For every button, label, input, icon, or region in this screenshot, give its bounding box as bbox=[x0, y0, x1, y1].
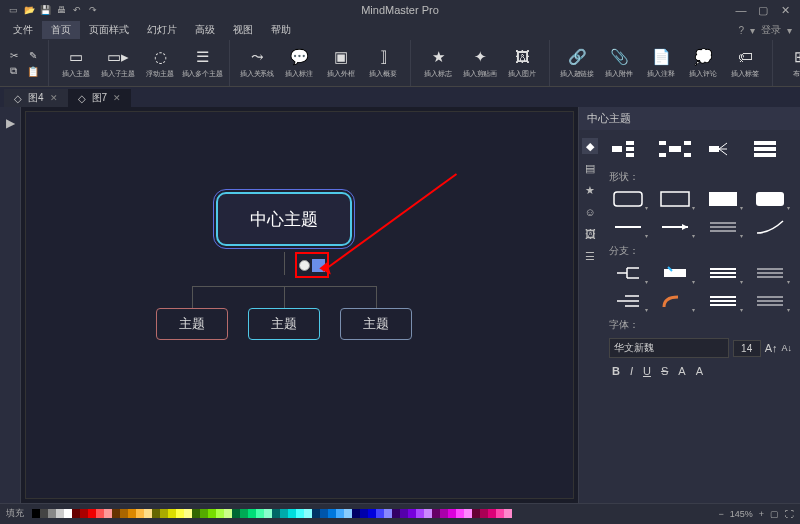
color-swatch[interactable] bbox=[480, 509, 488, 518]
close-tab-icon[interactable]: ✕ bbox=[50, 93, 58, 103]
color-swatch[interactable] bbox=[328, 509, 336, 518]
branch-option[interactable]: ▾ bbox=[609, 290, 647, 312]
open-icon[interactable]: 📂 bbox=[22, 3, 36, 17]
italic-icon[interactable]: I bbox=[627, 364, 636, 378]
color-swatch[interactable] bbox=[456, 509, 464, 518]
shape-option[interactable]: ▾ bbox=[751, 188, 789, 210]
color-swatch[interactable] bbox=[448, 509, 456, 518]
shape-option[interactable]: ▾ bbox=[656, 188, 694, 210]
clipart-tab-icon[interactable]: 🖼 bbox=[582, 226, 598, 242]
font-family-select[interactable]: 华文新魏 bbox=[609, 338, 729, 358]
font-shrink-icon[interactable]: A↓ bbox=[781, 343, 792, 353]
boundary-button[interactable]: ▣插入外框 bbox=[322, 42, 360, 84]
color-swatch[interactable] bbox=[200, 509, 208, 518]
callout-button[interactable]: 💬插入标注 bbox=[280, 42, 318, 84]
branch-option[interactable]: ▾ bbox=[704, 262, 742, 284]
color-swatch[interactable] bbox=[376, 509, 384, 518]
redo-icon[interactable]: ↷ bbox=[86, 3, 100, 17]
color-swatch[interactable] bbox=[128, 509, 136, 518]
shape-option[interactable]: ▾ bbox=[704, 188, 742, 210]
fit-page-icon[interactable]: ▢ bbox=[770, 509, 779, 519]
color-swatch[interactable] bbox=[488, 509, 496, 518]
menu-home[interactable]: 首页 bbox=[42, 21, 80, 39]
topic-node[interactable]: 主题 bbox=[248, 308, 320, 340]
color-swatch[interactable] bbox=[256, 509, 264, 518]
summary-button[interactable]: ⟧插入概要 bbox=[364, 42, 402, 84]
relation-line-button[interactable]: ⤳插入关系线 bbox=[238, 42, 276, 84]
fullscreen-icon[interactable]: ⛶ bbox=[785, 509, 794, 519]
style-tab-icon[interactable]: ◆ bbox=[582, 138, 598, 154]
color-swatch[interactable] bbox=[160, 509, 168, 518]
color-swatch[interactable] bbox=[104, 509, 112, 518]
color-swatch[interactable] bbox=[336, 509, 344, 518]
print-icon[interactable]: 🖶 bbox=[54, 3, 68, 17]
collapse-handle-icon[interactable] bbox=[299, 260, 310, 271]
menu-file[interactable]: 文件 bbox=[4, 21, 42, 39]
comment-button[interactable]: 💭插入评论 bbox=[684, 42, 722, 84]
login-link[interactable]: 登录 bbox=[761, 23, 781, 37]
color-swatch[interactable] bbox=[216, 509, 224, 518]
tag-button[interactable]: 🏷插入标签 bbox=[726, 42, 764, 84]
zoom-in-icon[interactable]: + bbox=[759, 509, 764, 519]
color-swatch[interactable] bbox=[264, 509, 272, 518]
layout-option[interactable] bbox=[656, 138, 694, 160]
layout-option[interactable] bbox=[751, 138, 789, 160]
bold-icon[interactable]: B bbox=[609, 364, 623, 378]
color-swatch[interactable] bbox=[368, 509, 376, 518]
color-swatch[interactable] bbox=[392, 509, 400, 518]
strike-icon[interactable]: S bbox=[658, 364, 671, 378]
topic-node[interactable]: 主题 bbox=[340, 308, 412, 340]
hyperlink-button[interactable]: 🔗插入超链接 bbox=[558, 42, 596, 84]
insert-sub-topic-button[interactable]: ▭▸插入子主题 bbox=[99, 42, 137, 84]
color-swatch[interactable] bbox=[168, 509, 176, 518]
close-tab-icon[interactable]: ✕ bbox=[113, 93, 121, 103]
canvas-area[interactable]: 中心主题 主题 主题 主题 bbox=[21, 107, 578, 503]
layout-option[interactable] bbox=[609, 138, 647, 160]
color-swatch[interactable] bbox=[232, 509, 240, 518]
mark-button[interactable]: ★插入标志 bbox=[419, 42, 457, 84]
color-swatch[interactable] bbox=[432, 509, 440, 518]
zoom-out-icon[interactable]: − bbox=[718, 509, 723, 519]
format-painter-icon[interactable]: ✎ bbox=[25, 48, 40, 63]
color-swatch[interactable] bbox=[144, 509, 152, 518]
branch-option[interactable]: ▾ bbox=[751, 290, 789, 312]
line-option[interactable]: ▾ bbox=[609, 216, 647, 238]
color-swatch[interactable] bbox=[352, 509, 360, 518]
insert-main-topic-button[interactable]: ▭插入主题 bbox=[57, 42, 95, 84]
menu-page-style[interactable]: 页面样式 bbox=[80, 21, 138, 39]
help-icon[interactable]: ? bbox=[738, 25, 744, 36]
color-swatch[interactable] bbox=[224, 509, 232, 518]
color-swatch[interactable] bbox=[32, 509, 40, 518]
dropdown-icon[interactable]: ▾ bbox=[750, 25, 755, 36]
color-swatch[interactable] bbox=[48, 509, 56, 518]
underline-icon[interactable]: U bbox=[640, 364, 654, 378]
attachment-button[interactable]: 📎插入附件 bbox=[600, 42, 638, 84]
color-swatch[interactable] bbox=[416, 509, 424, 518]
canvas-viewport[interactable]: 中心主题 主题 主题 主题 bbox=[25, 111, 574, 499]
menu-advanced[interactable]: 高级 bbox=[186, 21, 224, 39]
minimize-icon[interactable]: — bbox=[734, 3, 748, 17]
clipart-button[interactable]: ✦插入剪贴画 bbox=[461, 42, 499, 84]
color-swatch[interactable] bbox=[504, 509, 512, 518]
shape-option[interactable]: ▾ bbox=[609, 188, 647, 210]
doc-tab-4[interactable]: ◇图4✕ bbox=[4, 89, 68, 107]
font-color-icon[interactable]: A bbox=[675, 364, 688, 378]
note-button[interactable]: 📄插入注释 bbox=[642, 42, 680, 84]
highlight-icon[interactable]: A bbox=[693, 364, 706, 378]
color-swatch[interactable] bbox=[344, 509, 352, 518]
color-swatch[interactable] bbox=[240, 509, 248, 518]
color-swatch[interactable] bbox=[96, 509, 104, 518]
cut-icon[interactable]: ✂ bbox=[6, 48, 21, 63]
menu-help[interactable]: 帮助 bbox=[262, 21, 300, 39]
line-option[interactable] bbox=[751, 216, 789, 238]
line-option[interactable]: ▾ bbox=[656, 216, 694, 238]
doc-tab-7[interactable]: ◇图7✕ bbox=[68, 89, 132, 107]
color-swatch[interactable] bbox=[304, 509, 312, 518]
color-swatch[interactable] bbox=[472, 509, 480, 518]
branch-option[interactable]: ▾ bbox=[656, 262, 694, 284]
branch-option[interactable]: ▾ bbox=[656, 290, 694, 312]
topic-node[interactable]: 主题 bbox=[156, 308, 228, 340]
color-swatch[interactable] bbox=[320, 509, 328, 518]
color-swatch[interactable] bbox=[72, 509, 80, 518]
color-swatch[interactable] bbox=[360, 509, 368, 518]
